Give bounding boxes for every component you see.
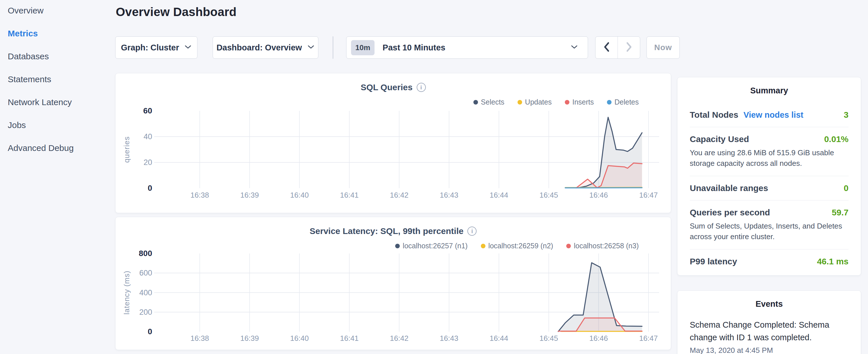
y-axis-title: queries bbox=[122, 136, 131, 163]
sidebar-item-jobs[interactable]: Jobs bbox=[8, 121, 116, 129]
x-tick-label: 16:38 bbox=[190, 334, 209, 343]
y-tick-label: 200 bbox=[139, 308, 152, 317]
summary-title: Summary bbox=[677, 77, 861, 95]
summary-row-label: Total Nodes bbox=[690, 110, 738, 120]
y-tick-label: 0 bbox=[148, 184, 152, 192]
Inserts-area bbox=[576, 163, 642, 188]
event-date: May 13, 2020 at 4:45 PM bbox=[690, 346, 848, 354]
x-tick-label: 16:39 bbox=[240, 191, 259, 199]
summary-row-unavailable-ranges: Unavailable ranges 0 bbox=[690, 176, 848, 200]
summary-row-value: 0 bbox=[844, 183, 848, 193]
service-latency-chart[interactable]: 16:3816:3916:4016:4116:4216:4316:4416:45… bbox=[116, 217, 672, 350]
x-tick-label: 16:41 bbox=[340, 191, 359, 199]
x-tick-label: 16:43 bbox=[440, 191, 458, 199]
events-panel: Events Schema Change Completed: Schema c… bbox=[677, 290, 861, 354]
next-time-button[interactable] bbox=[618, 37, 640, 58]
graph-dropdown-label: Graph: Cluster bbox=[121, 43, 179, 53]
x-tick-label: 16:45 bbox=[539, 191, 558, 199]
dashboard-dropdown[interactable]: Dashboard: Overview bbox=[213, 36, 318, 59]
time-range-label: Past 10 Minutes bbox=[382, 43, 565, 53]
events-title: Events bbox=[677, 291, 861, 309]
y-tick-label: 20 bbox=[144, 158, 152, 167]
chevron-right-icon bbox=[626, 42, 632, 53]
x-tick-label: 16:44 bbox=[490, 191, 508, 199]
summary-row-label: Queries per second bbox=[690, 207, 770, 217]
x-tick-label: 16:42 bbox=[390, 191, 408, 199]
x-tick-label: 16:43 bbox=[440, 334, 458, 343]
page-title: Overview Dashboard bbox=[116, 5, 237, 19]
sql-queries-card: SQL Queries i Selects Updates Inserts De… bbox=[115, 73, 671, 213]
summary-row-label: P99 latency bbox=[690, 257, 737, 266]
x-tick-label: 16:40 bbox=[290, 334, 309, 343]
summary-row-p99-latency: P99 latency 46.1 ms bbox=[690, 250, 848, 273]
graph-dropdown[interactable]: Graph: Cluster bbox=[115, 36, 197, 59]
time-range-dropdown[interactable]: 10m Past 10 Minutes bbox=[346, 36, 588, 59]
summary-panel: Summary Total Nodes View nodes list 3 Ca… bbox=[677, 77, 861, 276]
now-button[interactable]: Now bbox=[647, 36, 680, 59]
x-tick-label: 16:40 bbox=[290, 191, 309, 199]
time-range-badge: 10m bbox=[351, 40, 375, 55]
sidebar-item-metrics[interactable]: Metrics bbox=[8, 29, 116, 38]
service-latency-card: Service Latency: SQL, 99th percentile i … bbox=[115, 217, 671, 350]
sidebar-item-advanced-debug[interactable]: Advanced Debug bbox=[8, 144, 116, 152]
summary-row-total-nodes: Total Nodes View nodes list 3 bbox=[690, 103, 848, 127]
y-axis-title: latency (ms) bbox=[122, 271, 131, 315]
x-tick-label: 16:38 bbox=[190, 191, 209, 199]
x-tick-label: 16:47 bbox=[639, 334, 658, 343]
chevron-left-icon bbox=[603, 42, 610, 53]
chevron-down-icon bbox=[184, 44, 192, 51]
summary-row-capacity-used: Capacity Used 0.01% You are using 28.6 M… bbox=[690, 127, 848, 176]
y-tick-label: 600 bbox=[139, 269, 152, 277]
view-nodes-list-link[interactable]: View nodes list bbox=[743, 110, 803, 120]
chevron-down-icon bbox=[570, 44, 578, 51]
summary-row-value: 59.7 bbox=[832, 207, 848, 217]
sidebar-item-databases[interactable]: Databases bbox=[8, 52, 116, 61]
time-step-buttons bbox=[595, 36, 640, 59]
event-text: Schema Change Completed: Schema change w… bbox=[690, 319, 848, 344]
x-tick-label: 16:42 bbox=[390, 334, 408, 343]
y-tick-label: 0 bbox=[148, 327, 152, 336]
y-tick-label: 400 bbox=[139, 288, 152, 297]
x-tick-label: 16:47 bbox=[639, 191, 658, 199]
x-tick-label: 16:45 bbox=[539, 334, 558, 343]
prev-time-button[interactable] bbox=[595, 37, 618, 58]
y-tick-label: 40 bbox=[144, 132, 152, 141]
summary-row-subtext: You are using 28.6 MiB of 515.9 GiB usab… bbox=[690, 148, 848, 169]
x-tick-label: 16:44 bbox=[490, 334, 508, 343]
controls-divider bbox=[333, 36, 333, 59]
summary-row-label: Capacity Used bbox=[690, 134, 749, 144]
summary-row-value: 3 bbox=[844, 110, 848, 120]
sidebar-item-statements[interactable]: Statements bbox=[8, 75, 116, 84]
y-tick-label: 800 bbox=[139, 249, 152, 258]
summary-row-value: 0.01% bbox=[824, 134, 848, 144]
Deletes-line bbox=[565, 188, 642, 188]
y-tick-label: 60 bbox=[143, 106, 152, 115]
dashboard-dropdown-label: Dashboard: Overview bbox=[216, 43, 302, 53]
chevron-down-icon bbox=[307, 44, 315, 51]
x-tick-label: 16:41 bbox=[340, 334, 359, 343]
x-tick-label: 16:46 bbox=[589, 191, 608, 199]
sidebar-item-overview[interactable]: Overview bbox=[8, 6, 116, 15]
summary-row-queries-per-second: Queries per second 59.7 Sum of Selects, … bbox=[690, 200, 848, 249]
sql-queries-chart[interactable]: 16:3816:3916:4016:4116:4216:4316:4416:45… bbox=[116, 73, 672, 213]
sidebar-item-network-latency[interactable]: Network Latency bbox=[8, 98, 116, 106]
sidebar: Overview Metrics Databases Statements Ne… bbox=[0, 0, 116, 354]
x-tick-label: 16:46 bbox=[589, 334, 608, 343]
summary-row-subtext: Sum of Selects, Updates, Inserts, and De… bbox=[690, 221, 848, 242]
x-tick-label: 16:39 bbox=[240, 334, 259, 343]
summary-row-value: 46.1 ms bbox=[817, 257, 848, 266]
summary-row-label: Unavailable ranges bbox=[690, 183, 768, 193]
